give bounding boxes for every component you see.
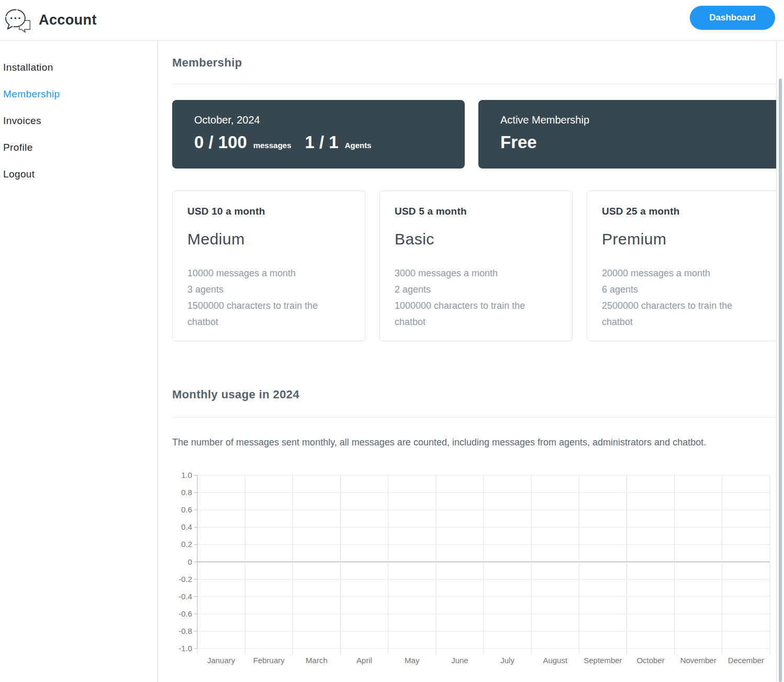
usage-chart: 1.00.80.60.40.20-0.2-0.4-0.6-0.8-1.0Janu…	[172, 466, 772, 676]
plan-price: USD 10 a month	[187, 206, 350, 217]
agents-usage-value: 1 / 1	[305, 132, 338, 153]
membership-section-title: Membership	[172, 56, 780, 70]
scrollbar-track[interactable]	[776, 41, 784, 682]
plan-feature: 1500000 characters to train the chatbot	[187, 298, 350, 330]
plan-name: Basic	[395, 230, 557, 249]
svg-text:0.4: 0.4	[181, 522, 192, 531]
svg-text:October: October	[636, 656, 664, 665]
svg-text:-0.2: -0.2	[178, 575, 192, 584]
usage-period: October, 2024	[194, 114, 465, 126]
sidebar-item-logout[interactable]: Logout	[0, 169, 158, 180]
plan-feature: 2 agents	[395, 282, 557, 298]
svg-text:-0.8: -0.8	[178, 627, 192, 635]
plan-feature: 3 agents	[187, 282, 350, 298]
stats-row: October, 2024 0 / 100 messages 1 / 1 Age…	[172, 100, 780, 169]
plan-features: 20000 messages a month 6 agents 2500000 …	[602, 265, 765, 330]
plan-features: 10000 messages a month 3 agents 1500000 …	[187, 265, 350, 330]
sidebar-item-profile[interactable]: Profile	[0, 142, 158, 153]
svg-text:June: June	[451, 656, 468, 665]
sidebar: Installation Membership Invoices Profile…	[0, 41, 158, 682]
svg-text:April: April	[356, 656, 372, 665]
usage-quota-card: October, 2024 0 / 100 messages 1 / 1 Age…	[172, 100, 465, 169]
usage-description: The number of messages sent monthly, all…	[172, 437, 780, 448]
sidebar-item-membership[interactable]: Membership	[0, 88, 158, 100]
layout: Installation Membership Invoices Profile…	[0, 41, 784, 682]
divider	[172, 417, 780, 418]
messages-usage-label: messages	[253, 141, 292, 150]
plan-card-medium[interactable]: USD 10 a month Medium 10000 messages a m…	[172, 191, 365, 341]
svg-text:-1.0: -1.0	[178, 644, 192, 653]
svg-text:January: January	[207, 656, 236, 665]
plan-feature: 20000 messages a month	[602, 265, 765, 282]
plan-card-premium[interactable]: USD 25 a month Premium 20000 messages a …	[587, 191, 780, 341]
plan-feature: 3000 messages a month	[395, 265, 557, 282]
header: Account Dashboard	[0, 0, 784, 41]
sidebar-item-invoices[interactable]: Invoices	[0, 115, 158, 127]
sidebar-item-installation[interactable]: Installation	[0, 62, 158, 73]
scrollbar-thumb[interactable]	[779, 79, 782, 682]
usage-values: 0 / 100 messages 1 / 1 Agents	[194, 132, 465, 153]
svg-text:0.6: 0.6	[181, 505, 192, 514]
svg-text:0.2: 0.2	[181, 540, 192, 549]
plan-price: USD 5 a month	[395, 206, 557, 217]
page-title: Account	[39, 12, 97, 28]
svg-text:February: February	[253, 656, 285, 665]
active-membership-title: Active Membership	[500, 114, 780, 126]
svg-text:0.8: 0.8	[181, 488, 192, 497]
svg-text:-0.6: -0.6	[178, 609, 192, 618]
usage-chart-container: 1.00.80.60.40.20-0.2-0.4-0.6-0.8-1.0Janu…	[172, 466, 780, 678]
usage-section-title: Monthly usage in 2024	[172, 388, 780, 401]
svg-text:September: September	[584, 656, 622, 665]
plan-card-basic[interactable]: USD 5 a month Basic 3000 messages a mont…	[379, 191, 573, 341]
dashboard-button[interactable]: Dashboard	[690, 6, 775, 30]
messages-usage-value: 0 / 100	[194, 132, 247, 153]
plan-feature: 10000 messages a month	[187, 265, 350, 282]
svg-text:August: August	[543, 656, 568, 665]
svg-text:March: March	[306, 656, 328, 665]
plan-name: Premium	[602, 230, 765, 249]
active-membership-card: Active Membership Free	[478, 100, 780, 169]
svg-text:1.0: 1.0	[181, 471, 192, 479]
plan-feature: 6 agents	[602, 282, 765, 298]
plan-feature: 2500000 characters to train the chatbot	[602, 298, 765, 330]
plan-features: 3000 messages a month 2 agents 1000000 c…	[395, 265, 557, 330]
agents-usage-label: Agents	[345, 141, 372, 150]
plan-price: USD 25 a month	[602, 206, 765, 217]
plan-feature: 1000000 characters to train the chatbot	[395, 298, 557, 330]
chat-bubbles-logo-icon	[3, 7, 31, 36]
active-membership-plan: Free	[500, 132, 537, 153]
divider	[172, 84, 780, 84]
plan-name: Medium	[187, 230, 350, 249]
svg-text:December: December	[728, 656, 764, 665]
svg-text:0: 0	[188, 557, 192, 566]
main-content: Membership October, 2024 0 / 100 message…	[158, 41, 784, 682]
svg-text:November: November	[680, 656, 716, 665]
svg-text:May: May	[405, 656, 420, 665]
svg-text:July: July	[500, 656, 514, 665]
plans-row: USD 10 a month Medium 10000 messages a m…	[172, 191, 780, 341]
svg-text:-0.4: -0.4	[178, 592, 192, 601]
